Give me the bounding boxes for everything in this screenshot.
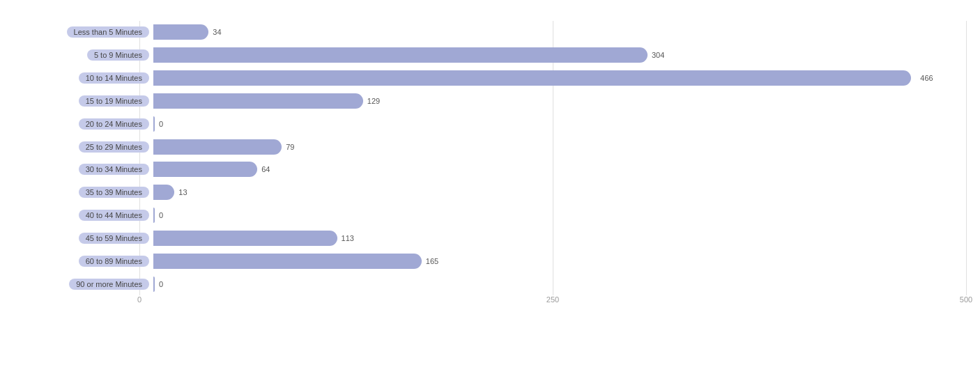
bar-track: 165 [153, 254, 966, 269]
bar-track: 34 [153, 24, 966, 40]
bar-label: 40 to 44 Minutes [79, 210, 149, 221]
bar-value: 13 [178, 188, 187, 196]
bar-label: 30 to 34 Minutes [79, 164, 149, 175]
bar-value: 466 [920, 74, 933, 82]
x-axis-label: 0 [137, 295, 141, 304]
bar-label: 25 to 29 Minutes [79, 141, 149, 153]
bar-label: 90 or more Minutes [69, 279, 149, 290]
bar-row: 40 to 44 Minutes0 [14, 205, 966, 226]
bar-fill [153, 116, 155, 132]
bar-fill [153, 231, 337, 246]
bar-fill [153, 93, 363, 109]
bar-row: 10 to 14 Minutes466 [14, 68, 966, 88]
bar-label: 5 to 9 Minutes [87, 49, 149, 61]
bar-track: 304 [153, 47, 966, 63]
bar-value: 165 [426, 257, 438, 265]
bar-track: 13 [153, 185, 966, 200]
bar-row: 25 to 29 Minutes79 [14, 137, 966, 157]
bar-track: 79 [153, 139, 966, 155]
bar-value: 79 [286, 143, 294, 151]
bar-track: 0 [153, 208, 966, 223]
bar-track: 129 [153, 93, 966, 109]
bar-fill [153, 185, 174, 200]
chart-area: Less than 5 Minutes345 to 9 Minutes30410… [14, 21, 966, 309]
bar-value: 0 [159, 211, 163, 219]
bar-fill [153, 254, 422, 269]
bar-row: 5 to 9 Minutes304 [14, 45, 966, 65]
bar-fill [153, 139, 282, 155]
x-axis: 0250500 [139, 295, 966, 309]
bar-fill [153, 277, 155, 292]
bar-label: 20 to 24 Minutes [79, 118, 149, 130]
bar-row: 90 or more Minutes0 [14, 274, 966, 295]
bar-label: 60 to 89 Minutes [79, 256, 149, 267]
bar-label: 35 to 39 Minutes [79, 187, 149, 198]
x-axis-label: 500 [960, 295, 972, 304]
bar-fill [153, 208, 155, 223]
grid-line [966, 21, 967, 295]
bar-row: 45 to 59 Minutes113 [14, 228, 966, 249]
bar-track: 0 [153, 116, 966, 132]
bar-row: Less than 5 Minutes34 [14, 22, 966, 42]
bar-value: 113 [342, 234, 354, 242]
x-axis-label: 250 [546, 295, 559, 304]
bar-label: 15 to 19 Minutes [79, 95, 149, 107]
bar-label: 10 to 14 Minutes [79, 72, 149, 84]
bar-track: 64 [153, 162, 966, 177]
bar-row: 35 to 39 Minutes13 [14, 182, 966, 203]
bars-section: Less than 5 Minutes345 to 9 Minutes30410… [14, 21, 966, 295]
bar-fill [153, 47, 648, 63]
bar-track: 113 [153, 231, 966, 246]
bar-value: 129 [367, 97, 380, 105]
bar-fill [153, 24, 208, 40]
bar-value: 304 [652, 51, 664, 59]
bar-value: 0 [159, 120, 163, 128]
bar-row: 30 to 34 Minutes64 [14, 159, 966, 180]
bar-track: 0 [153, 277, 966, 292]
bar-value: 34 [213, 28, 221, 36]
bar-row: 60 to 89 Minutes165 [14, 251, 966, 272]
bar-value: 0 [159, 280, 163, 288]
bar-label: Less than 5 Minutes [67, 26, 149, 38]
bar-label: 45 to 59 Minutes [79, 233, 149, 244]
bar-track: 466 [153, 70, 966, 86]
chart-container: Less than 5 Minutes345 to 9 Minutes30410… [0, 0, 980, 365]
bar-value: 64 [261, 165, 270, 173]
bar-row: 20 to 24 Minutes0 [14, 114, 966, 134]
bar-row: 15 to 19 Minutes129 [14, 91, 966, 111]
bar-fill: 466 [153, 70, 911, 86]
bar-fill [153, 162, 257, 177]
